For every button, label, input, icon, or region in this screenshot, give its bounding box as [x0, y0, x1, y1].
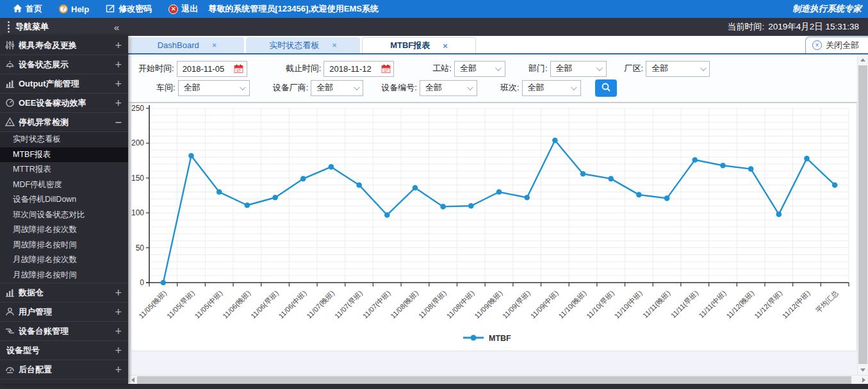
department-select[interactable]: 全部	[550, 61, 607, 77]
sidebar-item-downtime-anomaly-detection[interactable]: 停机异常检测 −	[0, 113, 128, 132]
close-tab-icon[interactable]: ×	[332, 41, 337, 49]
horizontal-scroll-thumb[interactable]	[137, 376, 851, 384]
equipment-id-select[interactable]: 全部	[420, 80, 477, 96]
sidebar-subitem-shift-status-compare[interactable]: 班次间设备状态对比	[0, 208, 128, 223]
vertical-scrollbar[interactable]	[857, 54, 868, 375]
equipment-vendor-label: 设备厂商:	[273, 82, 309, 94]
sidebar-subitem-mttr-report[interactable]: MTTR报表	[0, 162, 128, 178]
svg-text:0: 0	[140, 278, 144, 287]
sidebar-header: 导航菜单 «	[0, 18, 128, 36]
tab-realtime-status-board[interactable]: 实时状态看板 ×	[246, 37, 360, 53]
svg-text:250: 250	[131, 104, 144, 113]
equipment-vendor-select[interactable]: 全部	[311, 80, 363, 96]
factory-area-label: 厂区:	[625, 63, 644, 74]
sidebar-item-equipment-ledger-management[interactable]: 设备台账管理 +	[0, 322, 128, 341]
tab-label: MTBF报表	[390, 40, 430, 51]
factory-area-select[interactable]: 全部	[646, 61, 710, 77]
sidebar-item-data-warehouse[interactable]: 数据仓 +	[0, 283, 128, 302]
plus-icon[interactable]: +	[115, 306, 122, 318]
plus-icon[interactable]: +	[115, 40, 122, 51]
bell-icon	[4, 59, 16, 70]
change-password-button[interactable]: 修改密码	[106, 3, 152, 15]
sidebar-subitem-realtime-status-board[interactable]: 实时状态看板	[0, 132, 128, 147]
shift-select[interactable]: 全部	[522, 80, 581, 96]
search-button[interactable]	[595, 79, 617, 97]
sidebar-subitem-mtbf-report[interactable]: MTBF报表	[0, 147, 128, 163]
sidebar-item-user-management[interactable]: 用户管理 +	[0, 302, 128, 322]
minus-icon[interactable]: −	[115, 117, 122, 128]
current-time-bar: 当前时间: 2019年4月2日 15:31:38	[128, 18, 868, 36]
svg-text:11/10(早班): 11/10(早班)	[585, 289, 616, 320]
svg-text:11/06(早班): 11/06(早班)	[249, 289, 280, 320]
sidebar-subitem-weekly-fault-rank-by-time[interactable]: 周故障排名按时间	[0, 238, 128, 253]
plus-icon[interactable]: +	[115, 345, 122, 356]
help-button[interactable]: ? Help	[59, 4, 89, 14]
sidebar-item-label: Output产能管理	[19, 78, 79, 90]
plus-icon[interactable]: +	[115, 326, 122, 337]
sidebar-item-label: 停机异常检测	[19, 117, 69, 128]
shift-label: 班次:	[500, 82, 520, 94]
vertical-scroll-thumb[interactable]	[858, 65, 867, 364]
plus-icon[interactable]: +	[115, 364, 122, 376]
calendar-icon[interactable]: 17	[233, 62, 245, 76]
svg-text:11/09(早班): 11/09(早班)	[501, 289, 532, 320]
close-tab-icon[interactable]: ×	[212, 41, 217, 49]
tab-dashboard[interactable]: DashBoard ×	[130, 37, 244, 53]
station-select[interactable]: 全部	[454, 61, 505, 77]
tab-label: 实时状态看板	[269, 40, 319, 51]
sidebar-item-equipment-model[interactable]: 设备型号 +	[0, 341, 128, 360]
horizontal-scrollbar[interactable]	[128, 375, 868, 384]
workshop-select[interactable]: 全部	[178, 80, 250, 96]
scroll-down-arrow[interactable]	[858, 365, 868, 375]
plus-icon[interactable]: +	[115, 59, 122, 70]
scroll-left-arrow[interactable]	[128, 376, 137, 385]
shuffle-icon	[4, 326, 16, 336]
home-button[interactable]: 首页	[13, 3, 42, 15]
tab-mtbf-report[interactable]: MTBF报表 ×	[362, 37, 476, 53]
start-date-input[interactable]: 2018-11-05 17	[177, 61, 247, 77]
sidebar-item-label: 后台配置	[19, 364, 52, 376]
search-icon	[601, 82, 611, 94]
sidebar-item-label: 设备型号	[6, 345, 40, 356]
sidebar-item-label: 数据仓	[19, 287, 44, 299]
logout-label: 退出	[181, 3, 198, 15]
secondary-bar: 导航菜单 « 当前时间: 2019年4月2日 15:31:38	[0, 18, 868, 36]
sidebar-subitem-equipment-downtime-dilldown[interactable]: 设备停机DillDown	[0, 192, 128, 208]
dashboard-icon	[4, 364, 16, 375]
logout-button[interactable]: ✕ 退出	[168, 3, 198, 15]
sidebar-item-label: 模具寿命及更换	[19, 40, 77, 51]
svg-text:11/12(早班): 11/12(早班)	[753, 289, 783, 320]
close-all-label: 关闭全部	[826, 40, 859, 51]
collapse-sidebar-icon[interactable]: «	[114, 22, 119, 33]
svg-text:17: 17	[237, 69, 241, 72]
department-label: 部门:	[528, 63, 548, 74]
plus-icon[interactable]: +	[115, 97, 122, 109]
current-time-value: 2019年4月2日 15:31:38	[768, 21, 859, 33]
scroll-up-arrow[interactable]	[858, 54, 868, 65]
sidebar-item-mold-life-and-replacement[interactable]: 模具寿命及更换 +	[0, 36, 128, 55]
sidebar-subitem-monthly-fault-rank-by-time[interactable]: 月故障排名按时间	[0, 268, 128, 283]
sidebar-item-label: OEE设备稼动效率	[19, 97, 86, 109]
sidebar-subitem-mdf-downtime-density[interactable]: MDF停机密度	[0, 178, 128, 193]
close-all-tabs-button[interactable]: × 关闭全部	[805, 37, 868, 53]
home-icon	[13, 4, 22, 15]
help-icon: ?	[59, 4, 68, 13]
scroll-right-arrow[interactable]	[859, 376, 868, 385]
end-date-input[interactable]: 2018-11-12 17	[323, 61, 394, 77]
sidebar-nav: 模具寿命及更换 + 设备状态展示 + Output产能管理 + OEE设备稼动效…	[0, 36, 128, 384]
sidebar-item-output-capacity-management[interactable]: Output产能管理 +	[0, 74, 128, 94]
svg-text:11/10(晚班): 11/10(晚班)	[557, 289, 587, 320]
user-icon	[4, 306, 16, 317]
sidebar-subitem-monthly-fault-rank-by-count[interactable]: 月故障排名按次数	[0, 252, 128, 268]
sidebar-item-oee-equipment-efficiency[interactable]: OEE设备稼动效率 +	[0, 94, 128, 113]
chevron-down-icon	[491, 62, 505, 76]
sidebar-item-equipment-status-display[interactable]: 设备状态展示 +	[0, 55, 128, 74]
close-tab-icon[interactable]: ×	[443, 42, 448, 50]
plus-icon[interactable]: +	[115, 78, 122, 90]
svg-text:11/08(中班): 11/08(中班)	[445, 289, 476, 320]
svg-text:11/11(中班): 11/11(中班)	[697, 289, 728, 320]
plus-icon[interactable]: +	[115, 287, 122, 299]
calendar-icon[interactable]: 17	[379, 62, 392, 76]
sidebar-item-backend-config[interactable]: 后台配置 +	[0, 360, 128, 379]
sidebar-subitem-weekly-fault-rank-by-count[interactable]: 周故障排名按次数	[0, 222, 128, 238]
